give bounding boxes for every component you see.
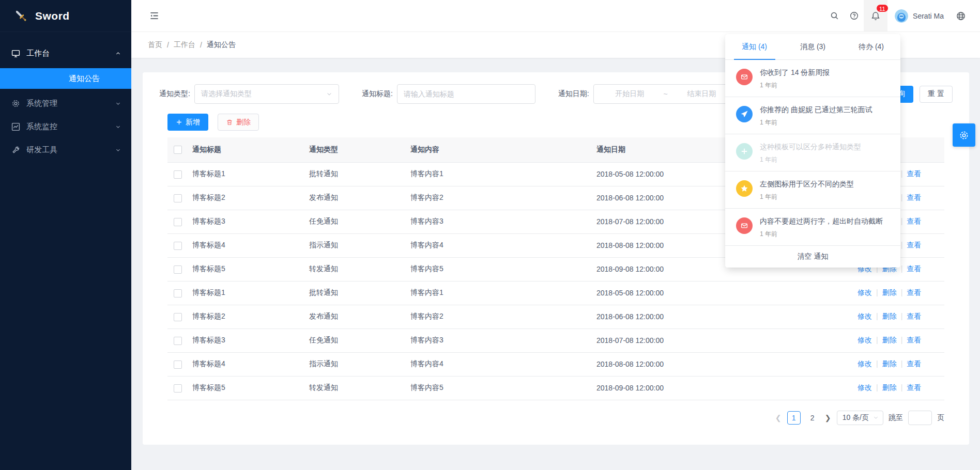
cell-content: 博客内容2 [406, 186, 592, 210]
breadcrumb-workbench[interactable]: 工作台 [174, 40, 195, 50]
monitor-icon [11, 49, 20, 58]
trash-icon [226, 119, 233, 126]
notification-item[interactable]: 你推荐的 曲妮妮 已通过第三轮面试 1 年前 [725, 97, 900, 134]
notification-badge: 11 [876, 4, 888, 12]
cell-content: 博客内容1 [406, 162, 592, 186]
notification-panel: 通知 (4) 消息 (3) 待办 (4) 你收到了 14 份新周报 1 年前 你… [725, 34, 900, 268]
user-name[interactable]: Serati Ma [913, 12, 944, 20]
edit-link[interactable]: 修改 [858, 312, 872, 320]
row-checkbox[interactable] [174, 313, 182, 321]
date-end-placeholder: 结束日期 [671, 89, 732, 99]
avatar[interactable] [895, 9, 908, 23]
select-all-checkbox[interactable] [174, 146, 182, 154]
cell-title: 博客标题1 [188, 162, 305, 186]
jump-page-input[interactable] [908, 411, 932, 425]
action-divider: | [901, 217, 903, 225]
date-range-picker[interactable]: 开始日期 ~ 结束日期 [593, 84, 738, 104]
edit-link[interactable]: 修改 [858, 288, 872, 296]
delete-button-label: 删除 [236, 118, 251, 127]
reset-button[interactable]: 重 置 [920, 86, 953, 103]
title-label: 通知标题: [362, 89, 393, 99]
view-link[interactable]: 查看 [907, 288, 921, 296]
filter-date-group: 通知日期: 开始日期 ~ 结束日期 [558, 84, 738, 104]
row-checkbox[interactable] [174, 384, 182, 393]
row-checkbox[interactable] [174, 218, 182, 226]
sidebar-item-system-monitor[interactable]: 系统监控 [0, 115, 131, 138]
add-button[interactable]: 新增 [167, 114, 208, 131]
delete-link[interactable]: 删除 [882, 383, 897, 391]
row-checkbox[interactable] [174, 170, 182, 179]
view-link[interactable]: 查看 [907, 336, 921, 344]
search-icon[interactable] [824, 0, 844, 32]
brand[interactable]: Sword [0, 0, 131, 32]
date-separator: ~ [661, 90, 671, 98]
add-button-label: 新增 [186, 118, 200, 127]
notification-item[interactable]: 左侧图标用于区分不同的类型 1 年前 [725, 171, 900, 209]
tab-messages[interactable]: 消息 (3) [784, 34, 842, 59]
title-input[interactable] [397, 84, 535, 104]
view-link[interactable]: 查看 [907, 217, 921, 225]
chevron-down-icon [326, 91, 332, 97]
delete-link[interactable]: 删除 [882, 312, 897, 320]
delete-link[interactable]: 删除 [882, 288, 897, 296]
next-page-icon[interactable]: ❯ [824, 414, 832, 422]
sidebar-item-system-admin[interactable]: 系统管理 [0, 92, 131, 115]
page-2-button[interactable]: 2 [806, 411, 819, 425]
cell-type: 转发通知 [305, 257, 406, 281]
menu-fold-icon[interactable] [148, 0, 160, 32]
view-link[interactable]: 查看 [907, 264, 921, 273]
tab-todos[interactable]: 待办 (4) [842, 34, 900, 59]
edit-link[interactable]: 修改 [858, 359, 872, 368]
type-label: 通知类型: [159, 89, 190, 99]
cell-actions: 修改|删除|查看 [853, 376, 944, 400]
globe-icon[interactable] [951, 0, 971, 32]
action-divider: | [901, 383, 903, 391]
cell-title: 博客标题4 [188, 233, 305, 257]
view-link[interactable]: 查看 [907, 241, 921, 249]
notification-item[interactable]: 内容不要超过两行字，超出时自动截断 1 年前 [725, 209, 900, 246]
row-checkbox[interactable] [174, 265, 182, 274]
edit-link[interactable]: 修改 [858, 383, 872, 391]
view-link[interactable]: 查看 [907, 312, 921, 320]
help-icon[interactable] [844, 0, 864, 32]
cell-title: 博客标题2 [188, 186, 305, 210]
prev-page-icon[interactable]: ❮ [775, 414, 782, 422]
settings-button[interactable] [953, 123, 975, 147]
delete-button[interactable]: 删除 [218, 114, 259, 131]
delete-link[interactable]: 删除 [882, 336, 897, 344]
cell-title: 博客标题1 [188, 281, 305, 305]
view-link[interactable]: 查看 [907, 169, 921, 178]
star-icon [736, 180, 753, 197]
view-link[interactable]: 查看 [907, 359, 921, 368]
breadcrumb-home[interactable]: 首页 [148, 40, 162, 50]
clear-notifications-button[interactable]: 清空 通知 [725, 246, 900, 268]
row-checkbox[interactable] [174, 337, 182, 345]
page-size-select[interactable]: 10 条/页 [837, 411, 883, 425]
row-checkbox[interactable] [174, 289, 182, 297]
notifications-bell-button[interactable]: 11 [864, 0, 887, 32]
notification-title: 左侧图标用于区分不同的类型 [760, 179, 854, 189]
gear-icon [959, 130, 969, 140]
edit-link[interactable]: 修改 [858, 336, 872, 344]
sidebar-item-label: 工作台 [26, 49, 50, 58]
delete-link[interactable]: 删除 [882, 359, 897, 368]
notification-item[interactable]: 你收到了 14 份新周报 1 年前 [725, 60, 900, 97]
cell-content: 博客内容3 [406, 328, 592, 352]
sidebar-item-dev-tools[interactable]: 研发工具 [0, 138, 131, 162]
row-checkbox[interactable] [174, 361, 182, 369]
type-select[interactable]: 请选择通知类型 [194, 84, 339, 104]
tab-notifications[interactable]: 通知 (4) [725, 34, 784, 59]
cell-date: 2018-08-08 12:00:00 [592, 352, 853, 376]
cell-type: 任免通知 [305, 210, 406, 233]
sidebar-item-workbench[interactable]: 工作台 [0, 42, 131, 65]
view-link[interactable]: 查看 [907, 383, 921, 391]
brand-title: Sword [35, 10, 70, 22]
row-checkbox[interactable] [174, 242, 182, 250]
notification-item[interactable]: 这种模板可以区分多种通知类型 1 年前 [725, 134, 900, 171]
cell-type: 批转通知 [305, 281, 406, 305]
sidebar-item-notice[interactable]: 通知公告 [0, 68, 131, 89]
page-1-button[interactable]: 1 [787, 411, 801, 425]
view-link[interactable]: 查看 [907, 193, 921, 201]
row-checkbox[interactable] [174, 194, 182, 202]
column-header-type: 通知类型 [305, 137, 406, 162]
